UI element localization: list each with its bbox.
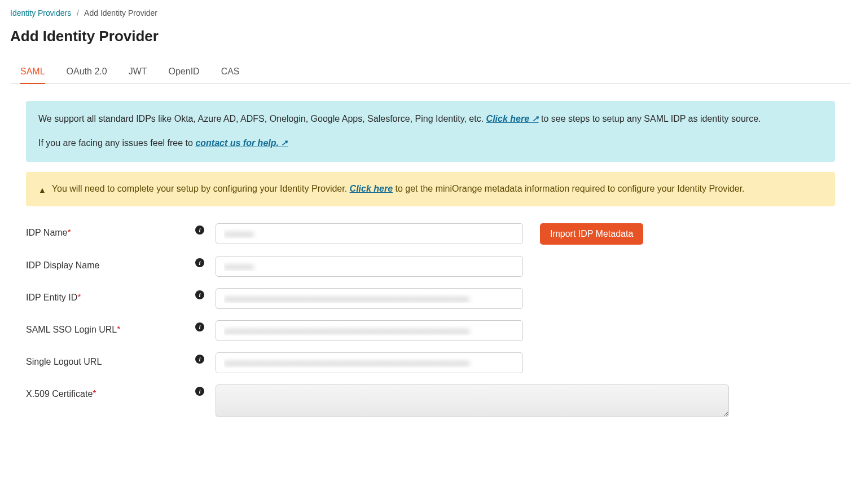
- row-x509-certificate: X.509 Certificate* i: [26, 379, 835, 425]
- tab-openid[interactable]: OpenID: [169, 61, 200, 83]
- warn-link-click-here[interactable]: Click here: [350, 184, 393, 193]
- info-link-contact-us[interactable]: contact us for help. ↗: [195, 138, 288, 148]
- breadcrumb-separator: /: [77, 8, 79, 17]
- tab-cas[interactable]: CAS: [221, 61, 240, 83]
- import-idp-metadata-button[interactable]: Import IDP Metadata: [540, 223, 643, 245]
- info-icon[interactable]: i: [195, 226, 204, 235]
- tab-jwt[interactable]: JWT: [129, 61, 147, 83]
- idp-entity-id-input[interactable]: [216, 288, 523, 309]
- label-idp-name: IDP Name: [26, 228, 68, 237]
- label-idp-display-name: IDP Display Name: [26, 260, 99, 270]
- info-icon[interactable]: i: [195, 387, 204, 396]
- breadcrumb-current: Add Identity Provider: [84, 8, 157, 17]
- info-text-1b: to see steps to setup any SAML IDP as id…: [541, 114, 761, 123]
- label-idp-entity-id: IDP Entity ID: [26, 293, 77, 302]
- external-link-icon: ↗: [532, 114, 539, 123]
- breadcrumb: Identity Providers / Add Identity Provid…: [10, 8, 851, 17]
- warn-text-after: to get the miniOrange metadata informati…: [396, 184, 745, 193]
- info-text-1a: We support all standard IDPs like Okta, …: [38, 114, 486, 123]
- info-link-click-here[interactable]: Click here ↗: [486, 114, 539, 123]
- required-marker: *: [93, 389, 96, 399]
- info-icon[interactable]: i: [195, 290, 204, 299]
- info-banner: We support all standard IDPs like Okta, …: [26, 101, 835, 162]
- external-link-icon: ↗: [281, 138, 288, 147]
- warning-icon: ▲: [38, 184, 46, 197]
- tab-saml[interactable]: SAML: [20, 61, 45, 83]
- info-icon[interactable]: i: [195, 322, 204, 331]
- warn-text-before: You will need to complete your setup by …: [52, 184, 350, 193]
- row-idp-name: IDP Name* i Import IDP Metadata: [26, 218, 835, 250]
- info-icon[interactable]: i: [195, 355, 204, 364]
- required-marker: *: [117, 325, 120, 334]
- idp-display-name-input[interactable]: [216, 256, 523, 277]
- row-idp-display-name: IDP Display Name i: [26, 250, 835, 282]
- info-text-2a: If you are facing any issues feel free t…: [38, 138, 195, 148]
- info-icon[interactable]: i: [195, 258, 204, 267]
- page-title: Add Identity Provider: [10, 28, 851, 45]
- required-marker: *: [77, 293, 81, 302]
- row-saml-sso-login-url: SAML SSO Login URL* i: [26, 315, 835, 347]
- row-idp-entity-id: IDP Entity ID* i: [26, 282, 835, 315]
- label-x509-certificate: X.509 Certificate: [26, 389, 93, 399]
- saml-sso-login-url-input[interactable]: [216, 320, 523, 341]
- tab-oauth2[interactable]: OAuth 2.0: [67, 61, 107, 83]
- row-single-logout-url: Single Logout URL i: [26, 347, 835, 379]
- warning-banner: ▲ You will need to complete your setup b…: [26, 172, 835, 207]
- idp-name-input[interactable]: [216, 223, 523, 244]
- label-saml-sso-login-url: SAML SSO Login URL: [26, 325, 117, 334]
- breadcrumb-parent-link[interactable]: Identity Providers: [10, 8, 71, 17]
- x509-certificate-input[interactable]: [216, 384, 729, 417]
- tabs: SAML OAuth 2.0 JWT OpenID CAS: [10, 61, 851, 84]
- label-single-logout-url: Single Logout URL: [26, 357, 102, 366]
- single-logout-url-input[interactable]: [216, 352, 523, 373]
- required-marker: *: [68, 228, 71, 237]
